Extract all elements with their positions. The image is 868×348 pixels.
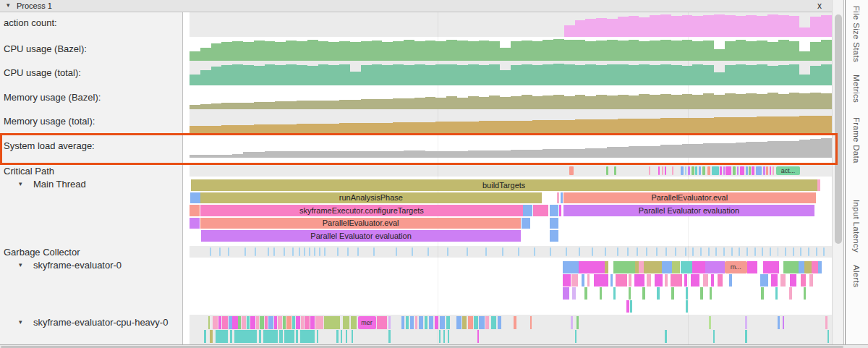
- trace-slice[interactable]: [435, 316, 438, 329]
- trace-slice[interactable]: [401, 316, 404, 329]
- trace-slice[interactable]: [534, 247, 535, 256]
- chart-track[interactable]: mer: [190, 315, 832, 344]
- trace-slice[interactable]: [793, 247, 794, 256]
- counter-chart-memory-usage-total[interactable]: [190, 111, 832, 134]
- trace-slice[interactable]: [396, 247, 397, 256]
- trace-slice[interactable]: [491, 316, 496, 329]
- trace-slice[interactable]: [190, 218, 200, 229]
- trace-slice[interactable]: [284, 247, 285, 256]
- chart-track[interactable]: [190, 37, 832, 61]
- vertical-scrollbar-thumb[interactable]: [835, 14, 842, 244]
- trace-slice[interactable]: [766, 166, 768, 175]
- trace-slice[interactable]: [745, 316, 747, 329]
- trace-slice[interactable]: [477, 330, 480, 343]
- trace-slice[interactable]: [649, 166, 650, 175]
- trace-slice[interactable]: [351, 316, 357, 329]
- trace-slice[interactable]: [685, 166, 687, 175]
- trace-slice[interactable]: [740, 166, 744, 175]
- trace-slice[interactable]: [747, 261, 757, 273]
- trace-slice[interactable]: [711, 274, 714, 287]
- trace-slice[interactable]: [587, 274, 590, 287]
- trace-slice[interactable]: [778, 247, 779, 256]
- trace-slice[interactable]: [582, 274, 584, 287]
- trace-slice[interactable]: [630, 300, 632, 313]
- trace-slice[interactable]: [606, 166, 608, 175]
- trace-slice[interactable]: [440, 316, 445, 329]
- trace-slice[interactable]: [818, 261, 821, 273]
- trace-slice[interactable]: [456, 316, 461, 329]
- trace-slice[interactable]: [300, 330, 315, 343]
- trace-slice[interactable]: [448, 330, 449, 343]
- trace-slice-m[interactable]: m...: [725, 261, 747, 273]
- trace-slice[interactable]: [809, 274, 813, 287]
- trace-slice[interactable]: [427, 247, 429, 256]
- trace-slice-runanalysisphase[interactable]: runAnalysisPhase: [200, 192, 542, 204]
- trace-slice[interactable]: [584, 287, 587, 300]
- trace-slice[interactable]: [572, 287, 575, 300]
- trace-slice[interactable]: [783, 261, 799, 273]
- trace-slice[interactable]: [415, 316, 418, 329]
- trace-slice[interactable]: [823, 247, 825, 256]
- trace-slice[interactable]: [723, 166, 725, 175]
- trace-slice[interactable]: [576, 316, 579, 329]
- trace-slice[interactable]: [665, 274, 668, 287]
- trace-slice[interactable]: [550, 247, 551, 256]
- trace-slice[interactable]: [752, 166, 754, 175]
- trace-slice[interactable]: [247, 316, 250, 329]
- trace-slice[interactable]: [357, 247, 359, 256]
- trace-slice[interactable]: [550, 230, 558, 242]
- trace-slice[interactable]: [737, 166, 739, 175]
- trace-slice[interactable]: [533, 205, 548, 216]
- trace-slice[interactable]: [563, 274, 571, 287]
- trace-slice[interactable]: [723, 247, 725, 256]
- trace-slice[interactable]: [639, 261, 644, 273]
- trace-slice[interactable]: [662, 261, 672, 273]
- trace-slice[interactable]: [268, 247, 269, 256]
- trace-slice[interactable]: [655, 274, 663, 287]
- trace-slice[interactable]: [319, 247, 320, 256]
- trace-slice[interactable]: [686, 287, 688, 300]
- trace-slice[interactable]: [479, 316, 484, 329]
- trace-slice[interactable]: [238, 316, 241, 329]
- trace-slice[interactable]: [296, 316, 300, 329]
- trace-slice[interactable]: [707, 166, 710, 175]
- trace-slice[interactable]: [279, 330, 282, 343]
- tab-frame-data[interactable]: Frame Data: [852, 117, 861, 164]
- trace-slice[interactable]: [219, 247, 221, 256]
- collapse-icon[interactable]: ▾: [19, 318, 22, 326]
- trace-slice[interactable]: [278, 316, 282, 329]
- chart-track[interactable]: [190, 246, 832, 258]
- trace-slice[interactable]: [700, 247, 702, 256]
- trace-slice[interactable]: [665, 330, 667, 343]
- trace-slice[interactable]: [713, 330, 715, 343]
- horizontal-scrollbar[interactable]: [0, 344, 868, 348]
- trace-slice[interactable]: [825, 316, 827, 329]
- trace-slice[interactable]: [204, 330, 205, 343]
- trace-slice[interactable]: [691, 274, 699, 287]
- trace-slice[interactable]: [775, 287, 778, 300]
- trace-slice[interactable]: [715, 247, 717, 256]
- trace-slice[interactable]: [761, 287, 764, 300]
- trace-slice[interactable]: [816, 247, 817, 256]
- process-header[interactable]: ▾ Process 1 x: [0, 0, 832, 12]
- trace-slice[interactable]: [292, 247, 294, 256]
- trace-slice[interactable]: [315, 316, 323, 329]
- trace-slice[interactable]: [467, 247, 468, 256]
- trace-slice[interactable]: [762, 247, 763, 256]
- trace-slice[interactable]: [827, 330, 830, 343]
- trace-slice[interactable]: [785, 247, 786, 256]
- trace-slice[interactable]: [616, 274, 627, 287]
- trace-slice[interactable]: [388, 316, 391, 329]
- trace-slice[interactable]: [296, 330, 299, 343]
- counter-chart-memory-usage-bazel[interactable]: [190, 88, 832, 110]
- counter-chart-cpu-usage-bazel[interactable]: [190, 39, 832, 61]
- trace-slice[interactable]: [439, 330, 441, 343]
- trace-slice[interactable]: [671, 287, 674, 300]
- trace-slice[interactable]: [808, 247, 809, 256]
- chart-track[interactable]: [190, 61, 832, 85]
- trace-slice[interactable]: [675, 247, 676, 256]
- trace-slice[interactable]: [299, 247, 300, 256]
- collapse-icon[interactable]: ▾: [19, 261, 22, 268]
- trace-slice[interactable]: [672, 166, 673, 175]
- trace-slice[interactable]: [388, 330, 391, 343]
